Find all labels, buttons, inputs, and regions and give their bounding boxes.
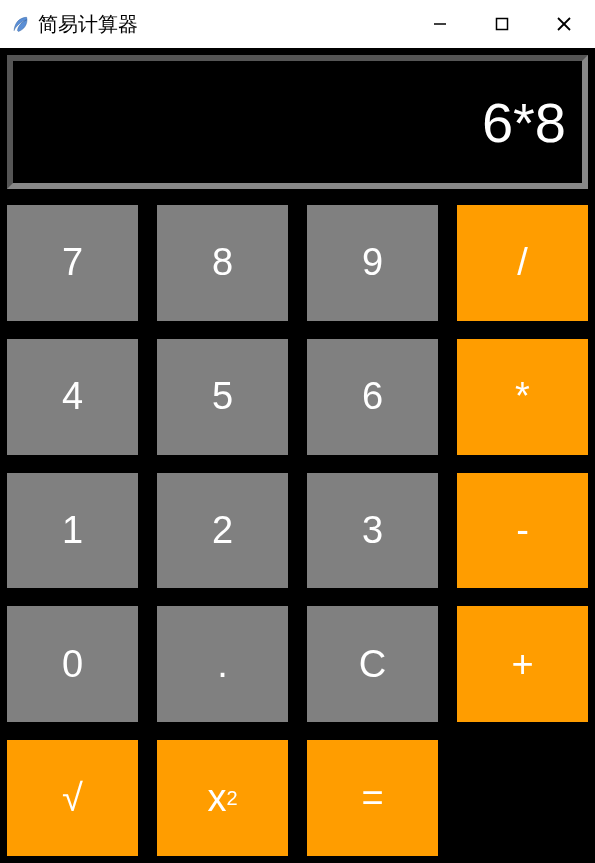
app-feather-icon <box>10 14 30 34</box>
button-grid: 7 8 9 / 4 5 6 * 1 2 3 - 0 . C + √ x2 = <box>7 205 588 856</box>
button-subtract[interactable]: - <box>457 473 588 589</box>
button-9[interactable]: 9 <box>307 205 438 321</box>
svg-rect-1 <box>497 19 508 30</box>
button-2[interactable]: 2 <box>157 473 288 589</box>
button-6[interactable]: 6 <box>307 339 438 455</box>
button-clear[interactable]: C <box>307 606 438 722</box>
button-5[interactable]: 5 <box>157 339 288 455</box>
titlebar: 简易计算器 <box>0 0 595 48</box>
display-value: 6*8 <box>482 90 566 155</box>
button-divide[interactable]: / <box>457 205 588 321</box>
button-square[interactable]: x2 <box>157 740 288 856</box>
button-8[interactable]: 8 <box>157 205 288 321</box>
window-title: 简易计算器 <box>38 11 409 38</box>
button-0[interactable]: 0 <box>7 606 138 722</box>
button-multiply[interactable]: * <box>457 339 588 455</box>
button-sqrt[interactable]: √ <box>7 740 138 856</box>
button-equals[interactable]: = <box>307 740 438 856</box>
empty-cell <box>457 740 588 856</box>
display: 6*8 <box>7 55 588 189</box>
window-controls <box>409 0 595 48</box>
calculator-body: 6*8 7 8 9 / 4 5 6 * 1 2 3 - 0 . C + √ x2… <box>0 48 595 863</box>
minimize-button[interactable] <box>409 0 471 48</box>
button-7[interactable]: 7 <box>7 205 138 321</box>
button-add[interactable]: + <box>457 606 588 722</box>
button-1[interactable]: 1 <box>7 473 138 589</box>
button-3[interactable]: 3 <box>307 473 438 589</box>
close-button[interactable] <box>533 0 595 48</box>
button-decimal[interactable]: . <box>157 606 288 722</box>
maximize-button[interactable] <box>471 0 533 48</box>
button-4[interactable]: 4 <box>7 339 138 455</box>
